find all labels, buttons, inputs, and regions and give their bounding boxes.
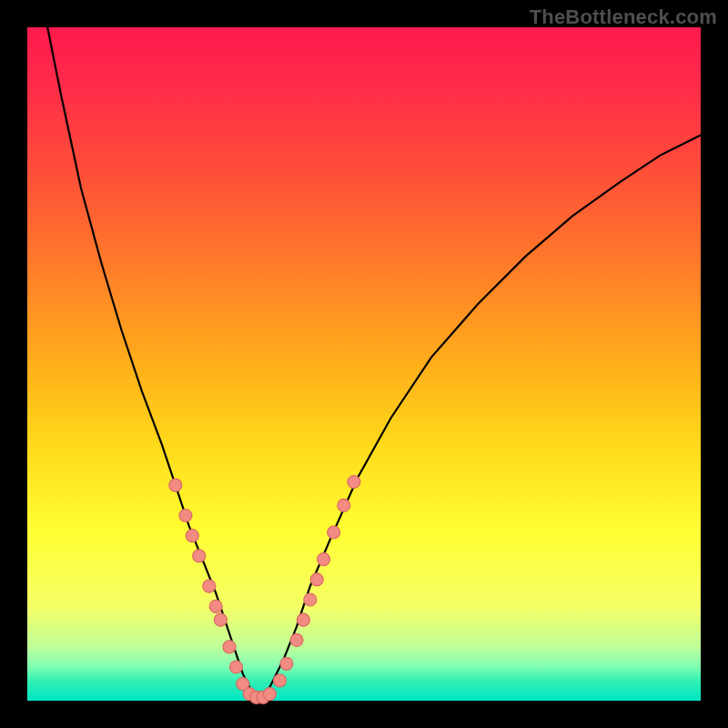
data-marker bbox=[223, 641, 236, 653]
data-marker bbox=[203, 580, 216, 592]
data-marker bbox=[169, 479, 182, 491]
watermark-label: TheBottleneck.com bbox=[530, 5, 717, 29]
data-marker bbox=[229, 661, 242, 673]
data-marker bbox=[280, 657, 293, 670]
data-marker bbox=[318, 553, 330, 566]
data-marker bbox=[263, 688, 276, 701]
data-marker bbox=[290, 633, 303, 646]
data-marker bbox=[297, 613, 309, 626]
data-marker bbox=[179, 510, 192, 522]
data-marker bbox=[338, 499, 350, 511]
data-marker bbox=[328, 526, 340, 539]
data-marker bbox=[274, 674, 287, 687]
data-marker bbox=[186, 530, 198, 542]
data-marker bbox=[304, 593, 317, 606]
bottleneck-chart bbox=[27, 27, 701, 701]
data-marker bbox=[348, 476, 360, 489]
curve-left-branch bbox=[47, 27, 256, 701]
curve-right-branch bbox=[257, 135, 701, 701]
marker-group bbox=[169, 476, 360, 704]
data-marker bbox=[209, 600, 222, 612]
data-marker bbox=[310, 573, 323, 586]
data-marker bbox=[193, 550, 206, 562]
data-marker bbox=[214, 613, 227, 626]
